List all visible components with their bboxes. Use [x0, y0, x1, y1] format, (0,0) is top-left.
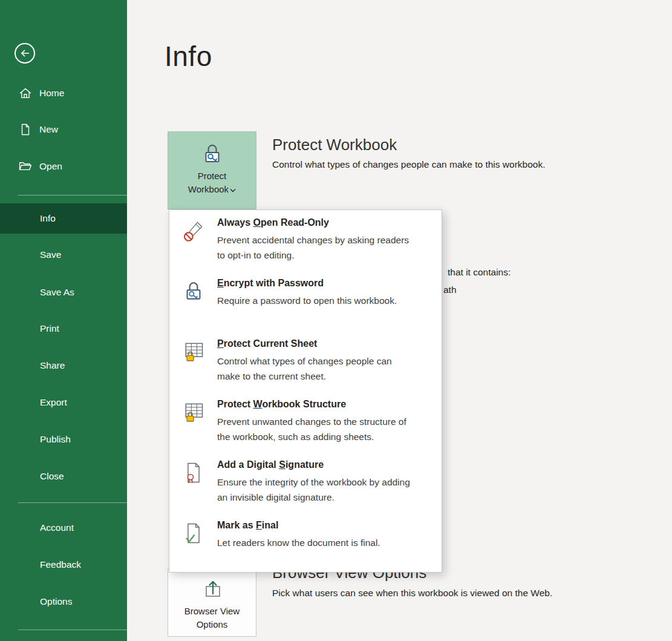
menu-item-description: Control what types of changes people can… [217, 353, 411, 384]
protect-workbook-structure-icon [181, 399, 209, 452]
browser-view-options-description: Pick what users can see when this workbo… [272, 588, 552, 599]
menu-item-protect-workbook-structure[interactable]: Protect Workbook Structure Prevent unwan… [169, 392, 442, 452]
sidebar-divider [18, 629, 127, 630]
page-title: Info [165, 40, 212, 73]
backstage-sidebar: Home New Open Info Save [0, 0, 127, 641]
excel-backstage-info: Home New Open Info Save [0, 0, 672, 641]
inspect-workbook-fragment: that it contains: [448, 267, 511, 278]
menu-item-description: Let readers know the document is final. [217, 535, 380, 550]
sidebar-item-new[interactable]: New [0, 116, 127, 143]
menu-item-always-open-read-only[interactable]: Always Open Read-Only Prevent accidental… [169, 210, 442, 271]
sidebar-item-save[interactable]: Save [0, 242, 127, 268]
sidebar-item-label: Home [39, 88, 64, 99]
sidebar-item-label: New [39, 124, 58, 135]
browser-view-options-button-label: Browser View Options [184, 605, 240, 631]
sidebar-divider [18, 195, 127, 196]
browser-view-icon [200, 577, 224, 601]
menu-item-description: Prevent accidental changes by asking rea… [217, 232, 411, 263]
sidebar-item-feedback[interactable]: Feedback [0, 551, 127, 578]
sidebar-item-close[interactable]: Close [0, 463, 127, 490]
menu-item-description: Require a password to open this workbook… [217, 293, 397, 308]
menu-item-protect-current-sheet[interactable]: Protect Current Sheet Control what types… [169, 331, 442, 392]
sidebar-item-account[interactable]: Account [0, 514, 127, 541]
sidebar-item-open[interactable]: Open [0, 153, 127, 180]
sidebar-item-export[interactable]: Export [0, 389, 127, 416]
browser-view-options-button[interactable]: Browser View Options [168, 569, 256, 637]
sidebar-item-share[interactable]: Share [0, 352, 127, 379]
read-only-icon [181, 217, 209, 271]
protect-workbook-description: Control what types of changes people can… [272, 159, 545, 170]
chevron-down-icon [230, 188, 236, 192]
menu-item-description: Prevent unwanted changes to the structur… [217, 414, 411, 444]
sidebar-item-info[interactable]: Info [0, 203, 127, 234]
backstage-content: Info Protect Workbook Protect Workbook C… [127, 0, 672, 641]
menu-item-encrypt-with-password[interactable]: Encrypt with Password Require a password… [169, 271, 442, 331]
protect-sheet-icon [181, 338, 209, 392]
back-arrow-icon [18, 47, 31, 60]
menu-item-title: Mark as Final [217, 520, 380, 531]
sidebar-item-print[interactable]: Print [0, 315, 127, 342]
sidebar-item-options[interactable]: Options [0, 588, 127, 615]
menu-item-title: Protect Current Sheet [217, 338, 411, 349]
sidebar-item-label: Info [40, 213, 56, 224]
back-button[interactable] [15, 43, 35, 64]
menu-item-title: Always Open Read-Only [217, 217, 411, 228]
open-folder-icon [18, 159, 33, 174]
sidebar-item-label: Open [39, 161, 62, 172]
menu-item-title: Add a Digital Signature [217, 459, 411, 470]
protect-workbook-button-label: Protect Workbook [188, 169, 236, 196]
protect-workbook-heading: Protect Workbook [272, 136, 397, 154]
sidebar-divider [18, 502, 127, 503]
encrypt-password-icon [181, 278, 209, 331]
protect-workbook-menu: Always Open Read-Only Prevent accidental… [169, 209, 442, 573]
digital-signature-icon [181, 459, 209, 513]
sidebar-item-publish[interactable]: Publish [0, 426, 127, 453]
protect-workbook-button[interactable]: Protect Workbook [168, 131, 256, 209]
menu-item-add-digital-signature[interactable]: Add a Digital Signature Ensure the integ… [169, 452, 442, 513]
sidebar-item-home[interactable]: Home [0, 80, 127, 107]
menu-item-title: Protect Workbook Structure [217, 399, 411, 410]
mark-as-final-icon [181, 520, 209, 573]
menu-item-mark-as-final[interactable]: Mark as Final Let readers know the docum… [169, 513, 442, 573]
menu-item-description: Ensure the integrity of the workbook by … [217, 475, 411, 505]
new-document-icon [18, 122, 33, 137]
home-icon [18, 86, 33, 100]
inspect-workbook-fragment: ath [443, 284, 457, 295]
lock-with-key-icon [200, 142, 224, 166]
sidebar-item-save-as[interactable]: Save As [0, 279, 127, 306]
menu-item-title: Encrypt with Password [217, 278, 397, 289]
